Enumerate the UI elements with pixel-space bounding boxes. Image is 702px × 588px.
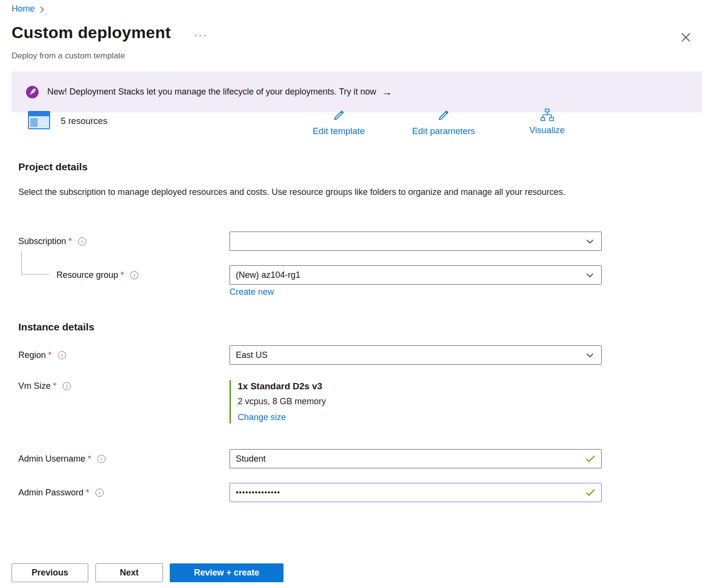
- resource-group-value: (New) az104-rg1: [236, 270, 300, 280]
- region-dropdown[interactable]: East US: [230, 345, 602, 365]
- breadcrumb: Home: [12, 4, 44, 14]
- template-resources-icon: [28, 111, 50, 131]
- page-subtitle: Deploy from a custom template: [12, 51, 125, 61]
- project-details-heading: Project details: [18, 161, 88, 173]
- create-new-link[interactable]: Create new: [230, 287, 274, 297]
- pencil-icon: [436, 108, 451, 124]
- visualize-label: Visualize: [529, 125, 565, 136]
- resource-group-label-text: Resource group: [56, 270, 118, 280]
- tree-connector-line: [21, 251, 49, 274]
- vm-size-block: 1x Standard D2s v3 2 vcpus, 8 GB memory …: [230, 380, 326, 424]
- review-create-button[interactable]: Review + create: [170, 563, 284, 582]
- breadcrumb-home-link[interactable]: Home: [12, 4, 35, 14]
- deployment-stacks-banner: New! Deployment Stacks let you manage th…: [12, 71, 702, 112]
- info-icon[interactable]: i: [63, 382, 71, 390]
- required-asterisk: *: [53, 381, 56, 391]
- info-icon[interactable]: i: [78, 237, 86, 246]
- checkmark-icon: [586, 489, 595, 496]
- subscription-label: Subscription * i: [18, 232, 86, 251]
- change-size-link[interactable]: Change size: [238, 412, 286, 423]
- checkmark-icon: [586, 455, 595, 463]
- pencil-icon: [332, 108, 346, 124]
- resource-group-label: Resource group * i: [56, 265, 138, 285]
- edit-template-label: Edit template: [313, 126, 365, 137]
- admin-password-label: Admin Password * i: [18, 483, 104, 502]
- admin-username-label-text: Admin Username: [18, 454, 85, 464]
- edit-template-button[interactable]: Edit template: [301, 108, 376, 137]
- vm-size-label: Vm Size * i: [18, 379, 71, 393]
- close-icon: [681, 33, 690, 42]
- chevron-down-icon: [586, 353, 594, 358]
- vm-size-title: 1x Standard D2s v3: [238, 381, 326, 392]
- admin-password-field: [230, 483, 602, 502]
- title-row: Custom deployment ···: [12, 23, 208, 42]
- rocket-icon: [26, 86, 39, 98]
- edit-parameters-button[interactable]: Edit parameters: [398, 108, 489, 137]
- chevron-down-icon: [586, 239, 594, 244]
- region-value: East US: [236, 350, 268, 360]
- visualize-button[interactable]: Visualize: [517, 108, 577, 136]
- visualize-icon: [540, 108, 554, 123]
- required-asterisk: *: [68, 236, 72, 246]
- instance-details-heading: Instance details: [18, 321, 94, 333]
- page-title: Custom deployment: [12, 23, 171, 42]
- required-asterisk: *: [121, 270, 124, 280]
- info-icon[interactable]: i: [95, 489, 104, 497]
- info-icon[interactable]: i: [130, 271, 138, 279]
- resource-group-dropdown[interactable]: (New) az104-rg1: [230, 265, 602, 285]
- admin-username-field: [230, 449, 602, 468]
- required-asterisk: *: [48, 350, 52, 360]
- resources-count: 5 resources: [61, 116, 108, 126]
- info-icon[interactable]: i: [58, 351, 66, 359]
- chevron-down-icon: [586, 273, 594, 278]
- banner-text: New! Deployment Stacks let you manage th…: [47, 87, 376, 97]
- region-label: Region * i: [18, 345, 66, 365]
- required-asterisk: *: [88, 454, 91, 464]
- admin-password-input[interactable]: [230, 483, 602, 502]
- previous-button[interactable]: Previous: [12, 563, 88, 582]
- admin-password-label-text: Admin Password: [18, 488, 83, 498]
- region-label-text: Region: [18, 350, 46, 360]
- breadcrumb-chevron-icon: [40, 6, 44, 13]
- subscription-label-text: Subscription: [18, 236, 66, 246]
- required-asterisk: *: [86, 488, 89, 498]
- admin-username-input[interactable]: [230, 449, 602, 468]
- edit-parameters-label: Edit parameters: [412, 126, 475, 137]
- admin-username-label: Admin Username * i: [18, 449, 106, 468]
- next-button[interactable]: Next: [95, 563, 163, 582]
- banner-arrow-icon[interactable]: →: [382, 86, 392, 98]
- close-button[interactable]: [678, 30, 693, 46]
- project-details-description: Select the subscription to manage deploy…: [18, 184, 573, 200]
- custom-deployment-page: Home Custom deployment ··· Deploy from a…: [0, 0, 702, 588]
- info-icon[interactable]: i: [97, 455, 106, 463]
- title-ellipsis-menu[interactable]: ···: [194, 29, 208, 41]
- vm-size-subtitle: 2 vcpus, 8 GB memory: [238, 397, 326, 407]
- subscription-dropdown[interactable]: [230, 232, 602, 251]
- vm-size-label-text: Vm Size: [18, 381, 51, 391]
